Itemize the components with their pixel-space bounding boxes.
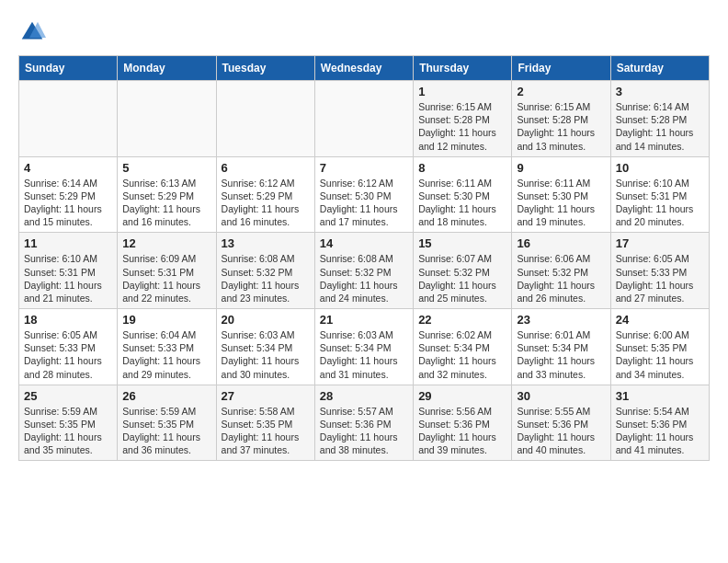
calendar-day-cell: 20Sunrise: 6:03 AM Sunset: 5:34 PM Dayli… [216,309,314,385]
day-number: 22 [418,313,506,327]
day-info: Sunrise: 5:59 AM Sunset: 5:35 PM Dayligh… [24,405,112,457]
calendar-week-row: 1Sunrise: 6:15 AM Sunset: 5:28 PM Daylig… [19,81,710,157]
calendar-table: SundayMondayTuesdayWednesdayThursdayFrid… [18,55,710,461]
day-number: 15 [418,236,506,250]
day-info: Sunrise: 6:11 AM Sunset: 5:30 PM Dayligh… [517,177,605,229]
calendar-day-cell: 31Sunrise: 5:54 AM Sunset: 5:36 PM Dayli… [610,385,709,461]
day-info: Sunrise: 6:08 AM Sunset: 5:32 PM Dayligh… [320,252,408,304]
day-info: Sunrise: 6:10 AM Sunset: 5:31 PM Dayligh… [24,252,112,304]
day-number: 30 [517,389,605,403]
day-info: Sunrise: 6:13 AM Sunset: 5:29 PM Dayligh… [122,177,210,229]
day-info: Sunrise: 6:12 AM Sunset: 5:29 PM Dayligh… [222,177,310,229]
day-info: Sunrise: 6:10 AM Sunset: 5:31 PM Dayligh… [616,177,704,229]
day-info: Sunrise: 6:07 AM Sunset: 5:32 PM Dayligh… [418,252,506,304]
day-info: Sunrise: 6:11 AM Sunset: 5:30 PM Dayligh… [418,177,506,229]
day-info: Sunrise: 6:03 AM Sunset: 5:34 PM Dayligh… [320,328,408,381]
day-info: Sunrise: 6:00 AM Sunset: 5:35 PM Dayligh… [616,328,704,381]
logo [18,18,51,46]
day-number: 25 [24,389,112,403]
calendar-day-cell: 17Sunrise: 6:05 AM Sunset: 5:33 PM Dayli… [610,233,709,309]
day-number: 31 [616,389,704,403]
day-number: 6 [222,161,310,175]
day-number: 24 [616,313,704,327]
calendar-day-cell: 8Sunrise: 6:11 AM Sunset: 5:30 PM Daylig… [414,156,512,233]
day-number: 21 [320,313,408,327]
calendar-day-cell: 4Sunrise: 6:14 AM Sunset: 5:29 PM Daylig… [19,156,118,233]
day-info: Sunrise: 6:03 AM Sunset: 5:34 PM Dayligh… [222,328,310,381]
calendar-day-cell: 11Sunrise: 6:10 AM Sunset: 5:31 PM Dayli… [19,233,118,309]
calendar-day-cell: 16Sunrise: 6:06 AM Sunset: 5:32 PM Dayli… [512,233,610,309]
day-info: Sunrise: 5:56 AM Sunset: 5:36 PM Dayligh… [418,405,506,457]
day-number: 18 [24,313,112,327]
day-info: Sunrise: 6:14 AM Sunset: 5:28 PM Dayligh… [616,100,704,153]
day-info: Sunrise: 6:06 AM Sunset: 5:32 PM Dayligh… [517,252,605,304]
day-info: Sunrise: 6:09 AM Sunset: 5:31 PM Dayligh… [122,252,210,304]
day-info: Sunrise: 6:01 AM Sunset: 5:34 PM Dayligh… [517,328,605,381]
calendar-day-cell [216,81,314,157]
calendar-body: 1Sunrise: 6:15 AM Sunset: 5:28 PM Daylig… [19,81,710,461]
day-of-week-header: Sunday [19,56,118,81]
day-info: Sunrise: 5:58 AM Sunset: 5:35 PM Dayligh… [222,405,310,457]
calendar-day-cell: 27Sunrise: 5:58 AM Sunset: 5:35 PM Dayli… [216,385,314,461]
calendar-day-cell [314,81,413,157]
calendar-week-row: 18Sunrise: 6:05 AM Sunset: 5:33 PM Dayli… [19,309,710,385]
day-number: 29 [418,389,506,403]
calendar-day-cell: 19Sunrise: 6:04 AM Sunset: 5:33 PM Dayli… [118,309,216,385]
day-of-week-header: Friday [512,56,610,81]
day-number: 10 [616,161,704,175]
day-info: Sunrise: 6:14 AM Sunset: 5:29 PM Dayligh… [24,177,112,229]
day-number: 20 [222,313,310,327]
day-number: 8 [418,161,506,175]
day-number: 11 [24,236,112,250]
calendar-day-cell: 2Sunrise: 6:15 AM Sunset: 5:28 PM Daylig… [512,81,610,157]
day-of-week-header: Tuesday [216,56,314,81]
day-number: 23 [517,313,605,327]
calendar-day-cell: 30Sunrise: 5:55 AM Sunset: 5:36 PM Dayli… [512,385,610,461]
calendar-day-cell: 1Sunrise: 6:15 AM Sunset: 5:28 PM Daylig… [414,81,512,157]
day-number: 19 [122,313,210,327]
calendar-week-row: 4Sunrise: 6:14 AM Sunset: 5:29 PM Daylig… [19,156,710,233]
day-number: 9 [517,161,605,175]
day-info: Sunrise: 5:59 AM Sunset: 5:35 PM Dayligh… [122,405,210,457]
day-number: 4 [24,161,112,175]
day-of-week-header: Saturday [610,56,709,81]
calendar-day-cell: 28Sunrise: 5:57 AM Sunset: 5:36 PM Dayli… [314,385,413,461]
day-number: 5 [122,161,210,175]
day-of-week-header: Thursday [414,56,512,81]
day-info: Sunrise: 5:55 AM Sunset: 5:36 PM Dayligh… [517,405,605,457]
day-number: 16 [517,236,605,250]
day-number: 17 [616,236,704,250]
day-number: 26 [122,389,210,403]
day-number: 1 [418,85,506,98]
calendar-week-row: 11Sunrise: 6:10 AM Sunset: 5:31 PM Dayli… [19,233,710,309]
day-number: 27 [222,389,310,403]
calendar-day-cell: 5Sunrise: 6:13 AM Sunset: 5:29 PM Daylig… [118,156,216,233]
day-info: Sunrise: 6:15 AM Sunset: 5:28 PM Dayligh… [418,100,506,153]
day-info: Sunrise: 5:54 AM Sunset: 5:36 PM Dayligh… [616,405,704,457]
calendar-day-cell: 18Sunrise: 6:05 AM Sunset: 5:33 PM Dayli… [19,309,118,385]
day-info: Sunrise: 6:12 AM Sunset: 5:30 PM Dayligh… [320,177,408,229]
day-number: 3 [616,85,704,98]
calendar-day-cell: 7Sunrise: 6:12 AM Sunset: 5:30 PM Daylig… [314,156,413,233]
day-info: Sunrise: 6:05 AM Sunset: 5:33 PM Dayligh… [24,328,112,381]
header [18,18,710,46]
day-number: 2 [517,85,605,98]
calendar-header: SundayMondayTuesdayWednesdayThursdayFrid… [19,56,710,81]
day-info: Sunrise: 5:57 AM Sunset: 5:36 PM Dayligh… [320,405,408,457]
calendar-day-cell: 15Sunrise: 6:07 AM Sunset: 5:32 PM Dayli… [414,233,512,309]
day-number: 12 [122,236,210,250]
calendar-day-cell: 26Sunrise: 5:59 AM Sunset: 5:35 PM Dayli… [118,385,216,461]
day-info: Sunrise: 6:08 AM Sunset: 5:32 PM Dayligh… [222,252,310,304]
calendar-day-cell: 3Sunrise: 6:14 AM Sunset: 5:28 PM Daylig… [610,81,709,157]
calendar-day-cell: 6Sunrise: 6:12 AM Sunset: 5:29 PM Daylig… [216,156,314,233]
days-of-week-row: SundayMondayTuesdayWednesdayThursdayFrid… [19,56,710,81]
day-number: 28 [320,389,408,403]
day-number: 13 [222,236,310,250]
day-info: Sunrise: 6:04 AM Sunset: 5:33 PM Dayligh… [122,328,210,381]
calendar-week-row: 25Sunrise: 5:59 AM Sunset: 5:35 PM Dayli… [19,385,710,461]
calendar-day-cell: 13Sunrise: 6:08 AM Sunset: 5:32 PM Dayli… [216,233,314,309]
calendar-day-cell: 23Sunrise: 6:01 AM Sunset: 5:34 PM Dayli… [512,309,610,385]
calendar-day-cell: 24Sunrise: 6:00 AM Sunset: 5:35 PM Dayli… [610,309,709,385]
day-number: 7 [320,161,408,175]
day-info: Sunrise: 6:05 AM Sunset: 5:33 PM Dayligh… [616,252,704,304]
